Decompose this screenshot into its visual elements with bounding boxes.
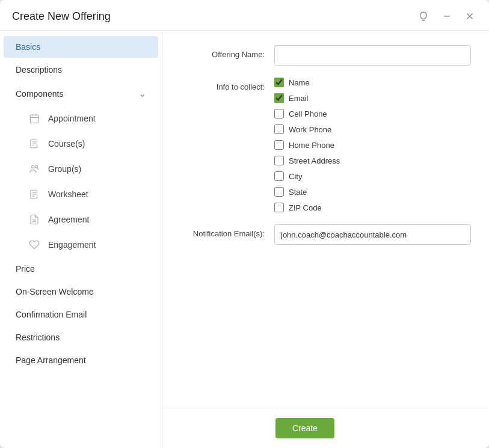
- checkbox-group: Name Email Cell Phone Work Phone: [274, 78, 471, 212]
- checkbox-zip-code-input[interactable]: [274, 203, 284, 212]
- chevron-down-icon: ⌄: [138, 88, 146, 99]
- engagement-icon: [28, 238, 41, 251]
- sidebar-item-engagement[interactable]: Engagement: [4, 233, 158, 257]
- info-to-collect-row: Info to collect: Name Email Cell Phon: [180, 78, 471, 212]
- notification-email-field: [274, 224, 471, 245]
- checkbox-state-label: State: [289, 188, 307, 197]
- minimize-icon: [442, 11, 452, 21]
- offering-name-input[interactable]: [274, 45, 471, 66]
- appointment-icon: [28, 112, 41, 125]
- sidebar-item-page-arrangement-label: Page Arrangement: [16, 355, 86, 365]
- dialog-header: Create New Offering: [0, 0, 489, 31]
- groups-label: Group(s): [48, 164, 81, 174]
- checkbox-state-input[interactable]: [274, 187, 284, 197]
- appointment-label: Appointment: [48, 114, 96, 123]
- sidebar-item-descriptions[interactable]: Descriptions: [4, 59, 158, 81]
- sidebar-item-basics-label: Basics: [16, 42, 40, 52]
- close-icon: [465, 11, 475, 21]
- courses-icon: [28, 137, 41, 150]
- svg-rect-3: [30, 115, 38, 123]
- checkbox-cell-phone-input[interactable]: [274, 109, 284, 118]
- footer: Create: [162, 408, 489, 448]
- notification-email-row: Notification Email(s):: [180, 224, 471, 245]
- svg-point-11: [32, 165, 35, 168]
- checkbox-cell-phone-label: Cell Phone: [289, 109, 327, 118]
- create-button[interactable]: Create: [275, 418, 334, 438]
- close-button[interactable]: [463, 10, 477, 22]
- create-offering-dialog: Create New Offering: [0, 0, 489, 448]
- checkbox-work-phone[interactable]: Work Phone: [274, 124, 471, 134]
- sidebar-item-page-arrangement[interactable]: Page Arrangement: [4, 349, 158, 371]
- sidebar-item-confirmation-email[interactable]: Confirmation Email: [4, 304, 158, 325]
- header-icons: [416, 10, 477, 23]
- checkbox-name[interactable]: Name: [274, 78, 471, 87]
- checkbox-work-phone-label: Work Phone: [289, 125, 331, 134]
- info-to-collect-label: Info to collect:: [180, 78, 265, 91]
- checkbox-street-address-input[interactable]: [274, 156, 284, 165]
- minimize-button[interactable]: [440, 10, 454, 22]
- sidebar-item-agreement[interactable]: Agreement: [4, 207, 158, 232]
- main-content: Offering Name: Info to collect: Name: [162, 31, 489, 408]
- sidebar-item-courses[interactable]: Course(s): [4, 132, 158, 156]
- checkbox-home-phone-input[interactable]: [274, 140, 284, 150]
- sidebar-item-basics[interactable]: Basics: [4, 36, 158, 58]
- checkbox-zip-code-label: ZIP Code: [289, 203, 322, 212]
- sidebar-item-appointment[interactable]: Appointment: [4, 106, 158, 130]
- notification-email-input[interactable]: [274, 224, 471, 245]
- checkbox-email[interactable]: Email: [274, 93, 471, 103]
- sidebar-item-components-label: Components: [16, 89, 63, 99]
- groups-icon: [28, 162, 41, 176]
- checkbox-home-phone-label: Home Phone: [289, 141, 334, 150]
- notification-email-label: Notification Email(s):: [180, 224, 265, 238]
- checkbox-name-input[interactable]: [274, 78, 284, 87]
- sidebar: Basics Descriptions Components ⌄: [0, 31, 162, 448]
- checkbox-city[interactable]: City: [274, 171, 471, 181]
- checkbox-home-phone[interactable]: Home Phone: [274, 140, 471, 150]
- sidebar-item-price-label: Price: [16, 264, 35, 274]
- svg-point-12: [35, 165, 38, 168]
- worksheet-label: Worksheet: [48, 189, 88, 199]
- offering-name-label: Offering Name:: [180, 45, 265, 59]
- checkbox-street-address[interactable]: Street Address: [274, 156, 471, 165]
- dialog-body: Basics Descriptions Components ⌄: [0, 31, 489, 448]
- checkbox-street-address-label: Street Address: [289, 156, 340, 165]
- checkbox-email-label: Email: [289, 94, 309, 103]
- checkbox-email-input[interactable]: [274, 93, 284, 103]
- checkbox-city-label: City: [289, 172, 302, 181]
- checkbox-cell-phone[interactable]: Cell Phone: [274, 109, 471, 118]
- dialog-title: Create New Offering: [12, 10, 111, 23]
- checkbox-city-input[interactable]: [274, 171, 284, 181]
- offering-name-field: [274, 45, 471, 66]
- checkbox-state[interactable]: State: [274, 187, 471, 197]
- lightbulb-icon: [418, 11, 429, 22]
- worksheet-icon: [28, 188, 41, 201]
- checkbox-name-label: Name: [289, 78, 310, 87]
- sidebar-item-confirmation-label: Confirmation Email: [16, 310, 87, 319]
- sidebar-item-worksheet[interactable]: Worksheet: [4, 182, 158, 206]
- agreement-icon: [28, 213, 41, 226]
- offering-name-row: Offering Name:: [180, 45, 471, 66]
- checkbox-zip-code[interactable]: ZIP Code: [274, 203, 471, 212]
- sidebar-item-descriptions-label: Descriptions: [16, 65, 62, 75]
- sidebar-item-restrictions[interactable]: Restrictions: [4, 327, 158, 348]
- lightbulb-button[interactable]: [416, 10, 431, 23]
- courses-label: Course(s): [48, 139, 85, 149]
- sidebar-item-onscreen-welcome[interactable]: On-Screen Welcome: [4, 281, 158, 302]
- engagement-label: Engagement: [48, 240, 96, 250]
- sidebar-item-onscreen-label: On-Screen Welcome: [16, 287, 94, 296]
- sidebar-item-restrictions-label: Restrictions: [16, 333, 60, 342]
- sidebar-item-components[interactable]: Components ⌄: [4, 82, 158, 105]
- sidebar-item-price[interactable]: Price: [4, 258, 158, 280]
- agreement-label: Agreement: [48, 215, 89, 224]
- sidebar-item-groups[interactable]: Group(s): [4, 157, 158, 181]
- checkbox-work-phone-input[interactable]: [274, 124, 284, 134]
